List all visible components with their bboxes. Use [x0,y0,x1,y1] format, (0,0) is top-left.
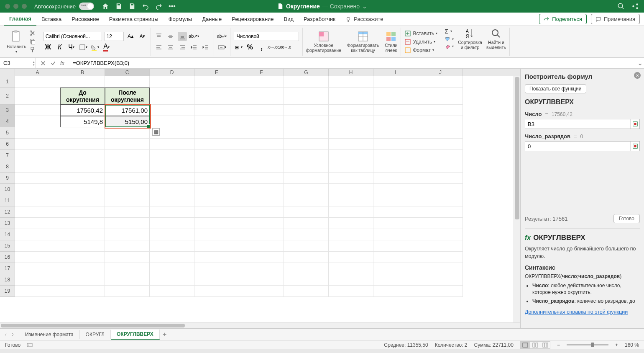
arg1-input[interactable] [525,119,630,129]
more-help-link[interactable]: Дополнительная справка по этой функции [525,309,640,315]
increase-decimal-icon[interactable]: .0→.00 [269,43,278,52]
clear-button[interactable]: ▾ [445,43,454,49]
insert-cells-button[interactable]: Вставить▾ [404,30,437,37]
orientation-icon[interactable]: ab↗▾ [189,32,199,41]
arg2-range-picker-icon[interactable] [630,142,639,151]
col-header-f[interactable]: F [239,69,284,76]
autosave-toggle[interactable]: вкл. [79,3,94,10]
col-header-g[interactable]: G [284,69,329,76]
decrease-indent-icon[interactable] [189,43,199,52]
view-page-layout-icon[interactable] [531,342,540,348]
sheet-tab-1[interactable]: Изменение формата [19,330,80,339]
tab-view[interactable]: Вид [279,13,299,26]
row-header-13[interactable]: 13 [0,218,15,229]
underline-icon[interactable]: Ч▾ [67,43,76,52]
cell-styles-button[interactable]: Стили ячеек [385,31,397,53]
zoom-slider[interactable] [567,344,608,345]
name-box[interactable]: C3 ▴▾ [0,58,36,68]
merge-cells-icon[interactable]: ▾ [217,43,227,52]
tab-review[interactable]: Рецензирование [227,13,279,26]
next-sheet-icon[interactable] [10,332,15,337]
share-icon[interactable] [631,3,639,10]
row-header-4[interactable]: 4 [0,116,15,127]
chevron-down-icon[interactable]: ⌄ [362,3,367,10]
find-select-button[interactable]: Найти и выделить [486,28,506,56]
select-all-corner[interactable] [0,69,15,76]
col-header-j[interactable]: J [418,69,463,76]
sheet-tab-2[interactable]: ОКРУГЛ [80,330,111,339]
col-header-b[interactable]: B [60,69,105,76]
increase-indent-icon[interactable] [201,43,210,52]
row-header-2[interactable]: 2 [0,88,15,105]
minimize-window-button[interactable] [13,4,18,9]
comments-button[interactable]: Примечания [591,14,640,24]
row-header-15[interactable]: 15 [0,240,15,252]
fill-color-icon[interactable]: ▾ [90,43,100,52]
autofill-options-icon[interactable]: ▦ [152,128,160,136]
cell-b2[interactable]: До округления [60,88,105,105]
row-header-10[interactable]: 10 [0,184,15,195]
vertical-scrollbar[interactable] [514,76,520,328]
cancel-formula-icon[interactable] [40,60,46,66]
font-name-select[interactable] [43,32,102,41]
cut-icon[interactable] [29,30,36,36]
conditional-format-button[interactable]: Условное форматирование [306,31,341,53]
sheet-tab-3[interactable]: ОКРУГЛВВЕРХ [111,330,160,340]
border-icon[interactable]: ▾ [79,43,88,52]
col-header-c[interactable]: C [105,69,150,76]
tab-insert[interactable]: Вставка [36,13,66,26]
cell-c3[interactable]: 17561,00 [105,105,150,116]
align-center-icon[interactable] [166,43,175,52]
cell-c2[interactable]: После округления [105,88,150,105]
save-icon[interactable] [115,3,123,10]
show-all-functions-button[interactable]: Показать все функции [525,84,586,93]
undo-icon[interactable] [142,3,149,10]
tell-me-search[interactable]: Расскажите [340,13,388,26]
row-header-14[interactable]: 14 [0,229,15,240]
arg2-input[interactable] [525,142,630,151]
cell-b4[interactable]: 5149,8 [60,116,105,127]
search-icon[interactable] [617,3,625,10]
zoom-level[interactable]: 160 % [625,342,639,348]
row-header-6[interactable]: 6 [0,139,15,150]
row-header-11[interactable]: 11 [0,195,15,206]
tab-home[interactable]: Главная [4,13,36,26]
row-header-5[interactable]: 5 [0,127,15,139]
fx-icon[interactable]: fx [60,60,64,66]
comma-icon[interactable]: , [257,43,266,52]
format-painter-icon[interactable] [29,46,36,53]
align-right-icon[interactable] [178,43,187,52]
spreadsheet-grid[interactable]: A B C D E F G H I J 1 2 3 4 5 6 7 8 9 10… [0,69,520,328]
arg1-range-picker-icon[interactable] [630,119,639,129]
col-header-h[interactable]: H [329,69,373,76]
align-middle-icon[interactable] [166,32,175,41]
name-box-up-icon[interactable]: ▴ [33,60,35,63]
fill-button[interactable]: ▾ [445,36,454,42]
decrease-decimal-icon[interactable]: .00→.0 [281,43,290,52]
zoom-in-icon[interactable]: + [615,342,618,348]
percent-icon[interactable]: % [245,43,255,52]
row-header-19[interactable]: 19 [0,286,15,297]
col-header-a[interactable]: A [15,69,60,76]
tab-draw[interactable]: Рисование [66,13,104,26]
currency-icon[interactable]: ⊞▾ [234,43,243,52]
vscroll-thumb[interactable] [515,77,519,219]
tab-formulas[interactable]: Формулы [164,13,197,26]
view-page-break-icon[interactable] [541,342,550,348]
save-as-icon[interactable] [128,3,136,10]
more-icon[interactable]: ••• [169,3,176,10]
delete-cells-button[interactable]: Удалить▾ [404,39,437,45]
add-sheet-button[interactable]: + [160,331,170,338]
font-color-icon[interactable]: А▾ [102,43,111,52]
number-format-select[interactable] [234,32,299,41]
expand-formula-bar-icon[interactable]: ⌄ [636,59,644,67]
tab-developer[interactable]: Разработчик [299,13,340,26]
row-header-18[interactable]: 18 [0,274,15,286]
align-bottom-icon[interactable] [178,32,187,41]
horizontal-scrollbar[interactable] [0,322,520,328]
format-cells-button[interactable]: Формат▾ [404,47,437,54]
row-header-8[interactable]: 8 [0,161,15,173]
wrap-text-icon[interactable]: ab↲▾ [217,32,227,41]
prev-sheet-icon[interactable] [3,332,8,337]
format-as-table-button[interactable]: Форматировать как таблицу [347,31,379,53]
